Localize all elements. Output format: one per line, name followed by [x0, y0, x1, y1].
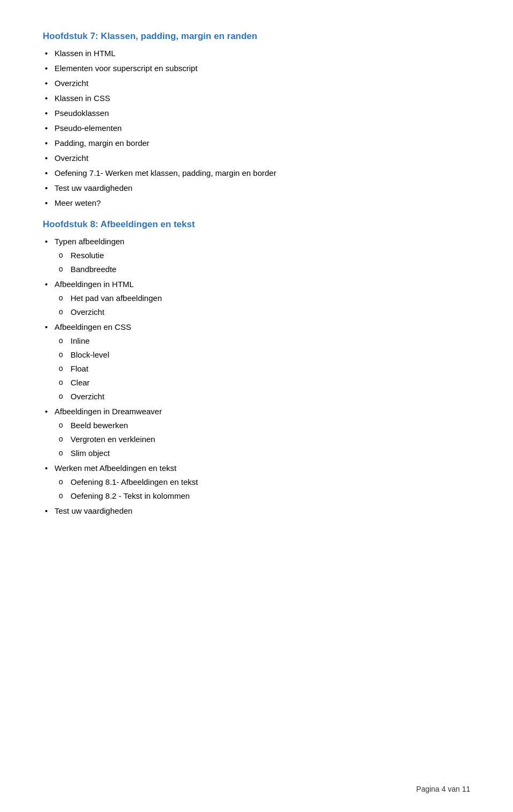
sub-list-item: Beeld bewerken	[55, 419, 470, 432]
sub-list-item: Oefening 8.1- Afbeeldingen en tekst	[55, 476, 470, 489]
sub-list-item: Block-level	[55, 349, 470, 361]
sub-list: Beeld bewerken Vergroten en verkleinen S…	[55, 419, 470, 460]
list-item: Afbeeldingen in HTML Het pad van afbeeld…	[43, 278, 470, 319]
sub-list-item: Bandbreedte	[55, 263, 470, 276]
list-item: Afbeeldingen en CSS Inline Block-level F…	[43, 321, 470, 403]
chapter8-heading: Hoofdstuk 8: Afbeeldingen en tekst	[43, 219, 470, 230]
sub-list-item: Float	[55, 362, 470, 375]
sub-list: Het pad van afbeeldingen Overzicht	[55, 292, 470, 319]
list-item: Test uw vaardigheden	[43, 182, 470, 195]
page-number: Pagina 4 van 11	[416, 785, 470, 793]
sub-list-item: Inline	[55, 335, 470, 347]
sub-list-item: Overzicht	[55, 306, 470, 319]
sub-list: Resolutie Bandbreedte	[55, 249, 470, 276]
sub-list-item: Clear	[55, 376, 470, 389]
list-item: Elementen voor superscript en subscript	[43, 62, 470, 75]
list-item: Typen afbeeldingen Resolutie Bandbreedte	[43, 235, 470, 276]
sub-list-item: Resolutie	[55, 249, 470, 262]
list-item: Werken met Afbeeldingen en tekst Oefenin…	[43, 462, 470, 502]
sub-list-item: Slim object	[55, 447, 470, 460]
list-item: Klassen in HTML	[43, 47, 470, 60]
list-item: Overzicht	[43, 152, 470, 165]
chapter8-list: Typen afbeeldingen Resolutie Bandbreedte…	[43, 235, 470, 517]
sub-list-item: Vergroten en verkleinen	[55, 433, 470, 446]
sub-list-item: Het pad van afbeeldingen	[55, 292, 470, 305]
chapter7-heading: Hoofdstuk 7: Klassen, padding, margin en…	[43, 31, 470, 42]
chapter7-list: Klassen in HTML Elementen voor superscri…	[43, 47, 470, 210]
list-item: Meer weten?	[43, 197, 470, 210]
list-item: Test uw vaardigheden	[43, 505, 470, 517]
list-item: Padding, margin en border	[43, 137, 470, 150]
sub-list-item: Overzicht	[55, 390, 470, 403]
list-item: Oefening 7.1- Werken met klassen, paddin…	[43, 167, 470, 180]
list-item: Pseudoklassen	[43, 107, 470, 120]
list-item: Afbeeldingen in Dreamweaver Beeld bewerk…	[43, 405, 470, 460]
sub-list-item: Oefening 8.2 - Tekst in kolommen	[55, 490, 470, 502]
sub-list: Inline Block-level Float Clear Overzicht	[55, 335, 470, 403]
list-item: Klassen in CSS	[43, 92, 470, 105]
sub-list: Oefening 8.1- Afbeeldingen en tekst Oefe…	[55, 476, 470, 502]
list-item: Overzicht	[43, 77, 470, 90]
list-item: Pseudo-elementen	[43, 122, 470, 135]
